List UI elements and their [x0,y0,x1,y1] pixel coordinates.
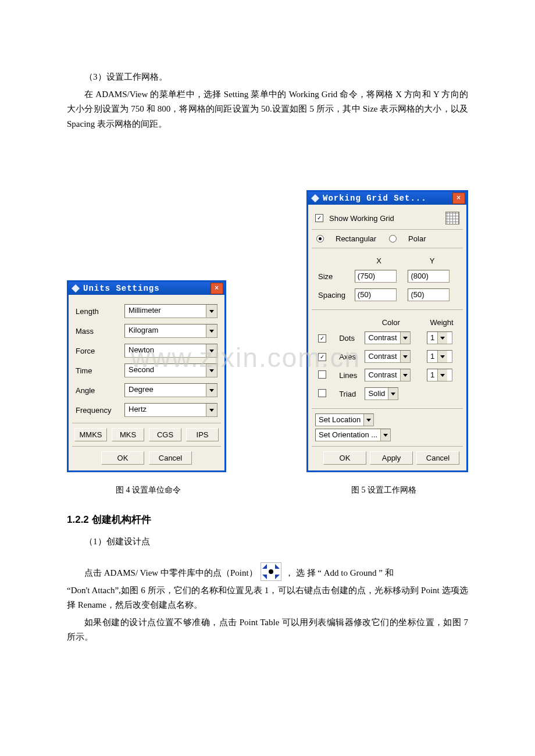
preset-mmks-button[interactable]: MMKS [74,428,107,441]
chevron-down-icon [206,344,217,357]
y-header: Y [406,254,458,266]
paragraph-create-design-point: （1）创建设计点 [67,534,468,550]
force-select[interactable]: Newton [124,344,217,358]
point-tool-icon [261,562,281,581]
size-y-input[interactable]: (800) [408,270,450,283]
weight-header: Weight [425,316,458,328]
x-header: X [353,254,405,266]
mass-select[interactable]: Kilogram [124,324,217,338]
dots-color-select[interactable]: Contrast [365,331,410,344]
frequency-select[interactable]: Hertz [124,403,217,417]
paragraph-grid-instructions: 在 ADAMS/View 的菜单栏中，选择 Setting 菜单中的 Worki… [67,87,468,132]
cancel-button[interactable]: Cancel [149,451,192,465]
triad-checkbox[interactable] [318,389,326,397]
chevron-down-icon [206,404,217,416]
angle-select[interactable]: Degree [124,383,217,397]
paragraph-point-tool: 点击 ADAMS/ View 中零件库中的点（Point） ， 选 择 “ Ad… [67,562,468,581]
paragraph-3-setup-grid-intro: （3）设置工作网格。 [67,70,468,85]
length-select[interactable]: Millimeter [124,304,217,318]
preset-mks-button[interactable]: MKS [112,428,144,441]
time-select[interactable]: Second [124,363,217,377]
set-orientation-select[interactable]: Set Orientation ... [315,429,391,441]
mass-label: Mass [76,327,124,336]
paragraph-point-tool-cont: “Don't Attach”,如图 6 所示，它们的名称和位置见表 1，可以右键… [67,583,468,613]
frequency-label: Frequency [76,406,124,415]
working-grid-dialog: Working Grid Set... × ✓ Show Working Gri… [306,190,468,472]
lines-label: Lines [337,366,362,384]
section-1-2-2-heading: 1.2.2 创建机构杆件 [67,513,468,526]
polar-radio[interactable] [389,235,397,243]
lines-color-select[interactable]: Contrast [365,369,410,381]
set-location-select[interactable]: Set Location [315,413,374,426]
lines-weight-select[interactable]: 1 [427,369,452,381]
paragraph-point-table: 如果创建的设计点位置不够准确，点击 Point Table 可以用列表编辑器修改… [67,615,468,645]
polar-label: Polar [408,234,426,243]
cancel-button[interactable]: Cancel [416,451,459,465]
triad-style-select[interactable]: Solid [365,387,398,400]
dots-label: Dots [337,329,362,347]
apply-button[interactable]: Apply [370,451,413,465]
dots-checkbox[interactable]: ✓ [318,334,326,343]
chevron-down-icon [206,364,217,377]
color-header: Color [363,316,419,328]
force-label: Force [76,347,124,355]
close-icon[interactable]: × [452,192,465,204]
size-label: Size [316,268,352,285]
units-settings-dialog: Units Settings × Length Millimeter Mass … [67,280,226,472]
lines-checkbox[interactable] [318,370,326,379]
axes-color-select[interactable]: Contrast [365,350,410,363]
axes-label: Axes [337,348,362,365]
time-label: Time [76,366,124,375]
spacing-x-input[interactable]: (50) [355,288,397,301]
dots-weight-select[interactable]: 1 [427,331,452,344]
length-label: Length [76,307,124,316]
app-icon [311,194,319,202]
axes-weight-select[interactable]: 1 [427,350,452,363]
triad-label: Triad [337,385,362,402]
preset-cgs-button[interactable]: CGS [149,428,181,441]
chevron-down-icon [206,305,217,318]
size-x-input[interactable]: (750) [355,270,397,283]
units-dialog-title: Units Settings [83,284,211,293]
ok-button[interactable]: OK [101,451,144,465]
figure4-caption: 图 4 设置单位命令 [67,485,230,495]
close-icon[interactable]: × [211,283,223,294]
rect-label: Rectangular [336,234,376,243]
show-grid-label: Show Working Grid [329,214,394,223]
ok-button[interactable]: OK [323,451,366,465]
figure5-caption: 图 5 设置工作网格 [230,485,468,495]
spacing-label: Spacing [316,286,352,304]
chevron-down-icon [206,324,217,337]
grid-preview-icon [445,212,459,224]
angle-label: Angle [76,386,124,395]
preset-ips-button[interactable]: IPS [186,428,219,441]
app-icon [72,284,80,293]
rect-radio[interactable] [316,235,324,243]
show-grid-checkbox[interactable]: ✓ [315,214,323,222]
grid-dialog-title: Working Grid Set... [323,194,452,203]
chevron-down-icon [206,384,217,397]
axes-checkbox[interactable]: ✓ [318,353,326,361]
spacing-y-input[interactable]: (50) [408,288,450,301]
